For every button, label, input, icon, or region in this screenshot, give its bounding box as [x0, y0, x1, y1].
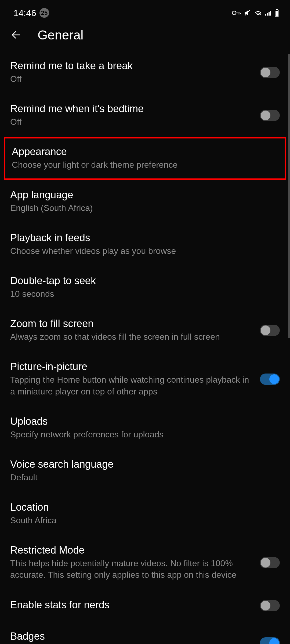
setting-title: Enable stats for nerds — [10, 599, 253, 611]
setting-subtitle: Always zoom so that videos fill the scre… — [10, 331, 253, 343]
setting-subtitle: Tapping the Home button while watching c… — [10, 374, 253, 397]
setting-pip[interactable]: Picture-in-picture Tapping the Home butt… — [0, 352, 290, 406]
header: General — [0, 24, 290, 51]
setting-text: Location South Africa — [10, 502, 280, 526]
setting-badges[interactable]: Badges When turned off, you stop receivi… — [0, 621, 290, 644]
setting-subtitle: Default — [10, 472, 280, 483]
setting-subtitle: Off — [10, 116, 253, 128]
toggle-thumb — [261, 68, 270, 77]
setting-subtitle: South Africa — [10, 515, 280, 526]
setting-app-language[interactable]: App language English (South Africa) — [0, 180, 290, 223]
setting-title: App language — [10, 189, 280, 201]
setting-subtitle: Choose whether videos play as you browse — [10, 245, 280, 257]
setting-title: Remind me to take a break — [10, 60, 253, 72]
toggle-zoom-fill[interactable] — [260, 325, 280, 336]
setting-subtitle: 10 seconds — [10, 288, 280, 300]
setting-text: Playback in feeds Choose whether videos … — [10, 232, 280, 257]
setting-text: Badges When turned off, you stop receivi… — [10, 631, 253, 644]
setting-text: App language English (South Africa) — [10, 189, 280, 214]
toggle-stats-nerds[interactable] — [260, 600, 280, 611]
setting-text: Picture-in-picture Tapping the Home butt… — [10, 361, 253, 397]
setting-text: Remind me when it's bedtime Off — [10, 103, 253, 128]
svg-rect-8 — [276, 11, 278, 16]
svg-rect-3 — [267, 13, 268, 16]
setting-double-tap-seek[interactable]: Double-tap to seek 10 seconds — [0, 266, 290, 309]
setting-title: Double-tap to seek — [10, 275, 280, 287]
toggle-thumb — [269, 638, 279, 644]
setting-zoom-fill[interactable]: Zoom to fill screen Always zoom so that … — [0, 309, 290, 352]
svg-rect-2 — [265, 14, 266, 16]
arrow-left-icon — [10, 29, 22, 41]
setting-subtitle: Choose your light or dark theme preferen… — [12, 159, 278, 171]
setting-bedtime[interactable]: Remind me when it's bedtime Off — [0, 94, 290, 137]
setting-title: Uploads — [10, 416, 280, 427]
settings-list[interactable]: Remind me to take a break Off Remind me … — [0, 51, 290, 644]
status-bar-left: 14:46 25 — [13, 8, 49, 18]
setting-location[interactable]: Location South Africa — [0, 492, 290, 535]
key-icon — [231, 10, 241, 16]
status-bar: 14:46 25 — [0, 0, 290, 24]
setting-remind-break[interactable]: Remind me to take a break Off — [0, 51, 290, 94]
scroll-indicator[interactable] — [288, 54, 290, 338]
notification-count-badge: 25 — [39, 8, 49, 18]
status-time: 14:46 — [13, 8, 36, 18]
setting-appearance[interactable]: Appearance Choose your light or dark the… — [4, 137, 286, 180]
setting-text: Voice search language Default — [10, 459, 280, 483]
toggle-bedtime[interactable] — [260, 110, 280, 121]
back-button[interactable] — [8, 27, 24, 43]
setting-title: Zoom to fill screen — [10, 318, 253, 330]
setting-subtitle: This helps hide potentially mature video… — [10, 558, 253, 581]
setting-text: Double-tap to seek 10 seconds — [10, 275, 280, 300]
wifi-icon — [254, 10, 262, 16]
setting-playback-feeds[interactable]: Playback in feeds Choose whether videos … — [0, 223, 290, 266]
svg-point-0 — [232, 11, 236, 15]
setting-title: Picture-in-picture — [10, 361, 253, 372]
setting-text: Uploads Specify network preferences for … — [10, 416, 280, 440]
setting-title: Voice search language — [10, 459, 280, 470]
setting-title: Playback in feeds — [10, 232, 280, 244]
toggle-restricted-mode[interactable] — [260, 557, 280, 568]
setting-title: Restricted Mode — [10, 544, 253, 556]
mute-icon — [244, 9, 251, 17]
setting-text: Appearance Choose your light or dark the… — [12, 146, 278, 171]
setting-text: Zoom to fill screen Always zoom so that … — [10, 318, 253, 343]
toggle-thumb — [261, 325, 270, 335]
setting-uploads[interactable]: Uploads Specify network preferences for … — [0, 407, 290, 449]
toggle-thumb — [261, 601, 270, 610]
setting-subtitle: Off — [10, 73, 253, 85]
setting-title: Appearance — [12, 146, 278, 158]
setting-title: Remind me when it's bedtime — [10, 103, 253, 115]
setting-title: Badges — [10, 631, 253, 642]
toggle-thumb — [261, 111, 270, 120]
toggle-thumb — [269, 374, 279, 384]
setting-stats-nerds[interactable]: Enable stats for nerds — [0, 590, 290, 621]
setting-text: Restricted Mode This helps hide potentia… — [10, 544, 253, 581]
setting-text: Remind me to take a break Off — [10, 60, 253, 85]
setting-title: Location — [10, 502, 280, 513]
signal-icon — [265, 10, 272, 16]
page-title: General — [38, 28, 84, 42]
setting-text: Enable stats for nerds — [10, 599, 253, 612]
svg-rect-5 — [270, 11, 271, 16]
toggle-thumb — [261, 558, 270, 568]
svg-point-1 — [260, 14, 261, 15]
battery-icon — [274, 9, 279, 17]
setting-subtitle: Specify network preferences for uploads — [10, 429, 280, 440]
setting-subtitle: English (South Africa) — [10, 202, 280, 214]
setting-voice-search-language[interactable]: Voice search language Default — [0, 449, 290, 492]
toggle-remind-break[interactable] — [260, 67, 280, 78]
toggle-badges[interactable] — [260, 637, 280, 644]
svg-rect-4 — [269, 12, 270, 16]
setting-restricted-mode[interactable]: Restricted Mode This helps hide potentia… — [0, 535, 290, 590]
toggle-pip[interactable] — [260, 374, 280, 385]
status-bar-right — [231, 9, 279, 17]
